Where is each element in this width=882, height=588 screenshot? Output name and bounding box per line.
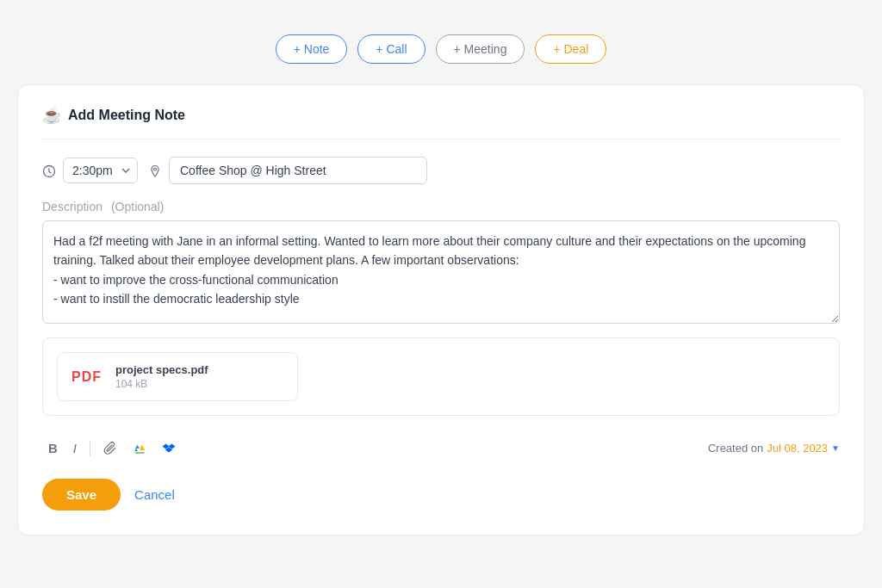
meeting-note-card: ☕ Add Meeting Note 2:30pm 8:00am 8:30am … <box>17 84 865 535</box>
attach-file-button[interactable] <box>97 437 123 460</box>
created-on-label: Created on <box>708 442 763 455</box>
dropbox-icon <box>162 442 176 455</box>
google-drive-icon <box>133 442 146 455</box>
location-wrapper <box>148 157 427 184</box>
pdf-filesize: 104 kB <box>115 378 208 390</box>
pdf-info: project specs.pdf 104 kB <box>115 363 208 390</box>
coffee-icon: ☕ <box>42 106 61 125</box>
form-actions: Save Cancel <box>42 479 840 511</box>
toolbar-divider <box>90 441 90 456</box>
cancel-button[interactable]: Cancel <box>134 487 175 502</box>
location-pin-icon <box>148 163 162 178</box>
editor-toolbar: B I <box>42 428 840 460</box>
pdf-filename: project specs.pdf <box>115 363 208 376</box>
pdf-type-label: PDF <box>71 369 102 385</box>
svg-point-1 <box>154 168 157 170</box>
dropbox-button[interactable] <box>156 437 182 460</box>
location-input[interactable] <box>169 157 427 184</box>
time-wrapper: 2:30pm 8:00am 8:30am 9:00am 3:00pm 3:30p… <box>42 158 138 183</box>
add-deal-button[interactable]: + Deal <box>535 34 606 64</box>
call-button-label: + Call <box>376 42 407 56</box>
toolbar-left: B I <box>42 436 182 460</box>
time-select[interactable]: 2:30pm 8:00am 8:30am 9:00am 3:00pm 3:30p… <box>63 158 138 183</box>
google-drive-button[interactable] <box>127 437 152 460</box>
italic-button[interactable]: I <box>67 436 83 460</box>
meeting-button-label: + Meeting <box>454 42 507 56</box>
add-note-button[interactable]: + Note <box>276 34 348 64</box>
created-date[interactable]: Jul 08, 2023 <box>767 442 828 455</box>
attachment-area: PDF project specs.pdf 104 kB <box>42 337 840 416</box>
bold-button[interactable]: B <box>42 436 64 460</box>
deal-button-label: + Deal <box>553 42 588 56</box>
time-location-row: 2:30pm 8:00am 8:30am 9:00am 3:00pm 3:30p… <box>42 157 840 184</box>
card-header: ☕ Add Meeting Note <box>42 106 840 139</box>
description-label: Description (Optional) <box>42 200 840 214</box>
toolbar-right: Created on Jul 08, 2023 ▼ <box>708 442 840 455</box>
top-actions-bar: + Note + Call + Meeting + Deal <box>17 17 865 84</box>
pdf-attachment: PDF project specs.pdf 104 kB <box>57 352 298 401</box>
add-meeting-button[interactable]: + Meeting <box>436 34 525 64</box>
description-textarea[interactable]: Had a f2f meeting with Jane in an inform… <box>42 220 840 324</box>
save-button[interactable]: Save <box>42 479 121 511</box>
chevron-down-icon: ▼ <box>831 443 840 453</box>
description-optional: (Optional) <box>111 200 164 214</box>
clock-icon <box>42 163 56 178</box>
add-call-button[interactable]: + Call <box>357 34 425 64</box>
paperclip-icon <box>103 442 117 455</box>
note-button-label: + Note <box>294 42 330 56</box>
card-title: Add Meeting Note <box>68 108 185 123</box>
